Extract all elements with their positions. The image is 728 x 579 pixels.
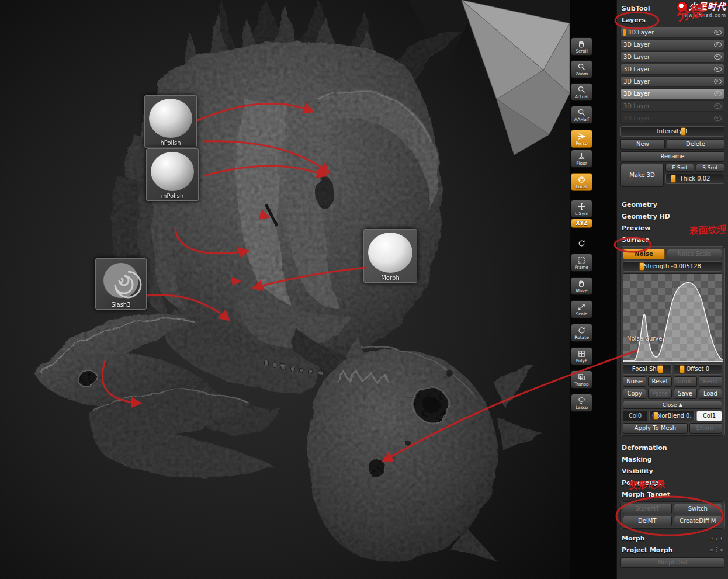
transparency-icon — [577, 373, 586, 382]
new-layer-button[interactable]: New — [620, 139, 665, 150]
eye-icon[interactable] — [714, 67, 722, 72]
surface-header[interactable]: Surface — [620, 234, 724, 245]
undo-button[interactable]: Undo — [674, 376, 697, 387]
toolbar-button-scroll[interactable]: Scroll — [571, 37, 592, 56]
slider-knob[interactable] — [639, 262, 644, 271]
layer-row[interactable]: 3D Layer — [620, 100, 724, 112]
intensity-slider[interactable]: Intensity 1 — [620, 126, 724, 137]
colorblend-slider[interactable]: ColorBlend 0. — [649, 411, 695, 421]
make-3d-button[interactable]: Make 3D — [620, 164, 664, 187]
magnifier-icon — [577, 63, 586, 71]
layer-row[interactable]: 3D Layer — [620, 51, 724, 63]
toolbar-button-actual[interactable]: Actual — [571, 83, 592, 101]
thick-slider[interactable]: Thick 0.02 — [665, 174, 724, 184]
brush-label: hPolish — [145, 140, 196, 146]
eye-icon[interactable] — [714, 42, 722, 47]
eye-icon[interactable] — [714, 91, 722, 96]
preview-header[interactable]: Preview — [620, 222, 724, 234]
eye-icon[interactable] — [714, 79, 722, 84]
switch-button[interactable]: Switch — [674, 504, 723, 514]
layer-row[interactable]: 3D Layer — [620, 27, 724, 38]
e-smt-button[interactable]: E Smt — [665, 164, 694, 172]
toolbar-button-rotate[interactable]: Rotate — [571, 324, 592, 342]
brush-label: Morph — [364, 275, 417, 281]
viewport-canvas[interactable]: hPolish mPolish Slash3 Morph — [0, 0, 570, 579]
delete-layer-button[interactable]: Delete — [667, 139, 724, 150]
paste-button[interactable]: Paste — [648, 389, 671, 399]
col1-swatch-button[interactable]: Col1 — [696, 411, 722, 421]
project-morph-header[interactable]: Project Morph ∗ ? ∗ — [620, 544, 724, 556]
slider-knob[interactable] — [681, 127, 686, 136]
visibility-header[interactable]: Visibility — [620, 465, 724, 477]
rotate-icon — [577, 326, 586, 335]
eye-icon[interactable] — [714, 54, 722, 60]
layer-row-selected[interactable]: 3D Layer — [620, 88, 724, 99]
toolbar-button-polyf[interactable]: PolyF — [571, 347, 592, 365]
toolbar-button-move[interactable]: Move — [571, 277, 592, 295]
slider-knob[interactable] — [658, 365, 663, 373]
layer-row[interactable]: 3D Layer — [620, 76, 724, 87]
perspective-icon — [577, 132, 586, 141]
toolbar-button-lsym[interactable]: L.Sym — [571, 200, 592, 218]
eye-icon[interactable] — [714, 103, 722, 109]
toolbar-button-persp[interactable]: Persp — [571, 130, 592, 148]
eye-icon[interactable] — [714, 30, 722, 35]
brush-label: mPolish — [147, 193, 198, 199]
load-button[interactable]: Load — [699, 389, 722, 399]
close-button[interactable]: Close ▲ — [623, 401, 722, 409]
redo-button[interactable]: Redo — [699, 376, 722, 387]
geometry-header[interactable]: Geometry — [620, 199, 724, 210]
magnifier-icon — [577, 108, 586, 117]
toolbar-button-local[interactable]: Local — [571, 173, 592, 191]
storemt-button[interactable]: StoreMT — [623, 504, 672, 514]
noise-scale-button[interactable]: Noise Scale — [667, 249, 722, 259]
focal-shift-slider[interactable]: Focal Shift — [623, 364, 672, 375]
brush-thumbnail-slash3[interactable]: Slash3 — [95, 258, 147, 310]
delmt-button[interactable]: DelMT — [623, 516, 672, 526]
toolbar-button-floor[interactable]: Floor — [571, 150, 592, 168]
s-smt-button[interactable]: S Smt — [696, 164, 724, 172]
brush-thumbnail-mpolish[interactable]: mPolish — [146, 148, 199, 201]
layer-row[interactable]: 3D Layer — [620, 113, 724, 124]
snorm-button[interactable]: SNorm — [689, 423, 722, 434]
noise-curve-editor[interactable]: Noise Curve — [623, 273, 722, 362]
copy-button[interactable]: Copy — [623, 389, 646, 399]
toolbar-button-scale[interactable]: Scale — [571, 300, 592, 318]
slider-knob[interactable] — [680, 365, 685, 373]
magnifier-icon — [577, 85, 586, 94]
toolbar-button-transp[interactable]: Transp — [571, 370, 592, 389]
toolbar-button-zoom[interactable]: Zoom — [571, 60, 592, 78]
toolbar-button-spin[interactable] — [571, 237, 592, 249]
masking-header[interactable]: Masking — [620, 453, 724, 465]
reset-button[interactable]: Reset — [648, 376, 671, 387]
strength-slider[interactable]: Strength -0.005128 — [623, 261, 722, 272]
slider-knob[interactable] — [653, 412, 658, 420]
brush-thumbnail-morph[interactable]: Morph — [363, 229, 417, 283]
rename-button[interactable]: Rename — [620, 151, 724, 162]
polygroups-header[interactable]: Polygroups — [620, 477, 724, 488]
deformation-header[interactable]: Deformation — [620, 442, 724, 453]
layer-row[interactable]: 3D Layer — [620, 39, 724, 50]
hxsd-logo-icon — [677, 2, 687, 12]
toolbar-button-aahalf[interactable]: AAHalf — [571, 106, 592, 124]
apply-to-mesh-button[interactable]: Apply To Mesh — [623, 423, 688, 434]
offset-slider[interactable]: Offset 0 — [674, 364, 723, 375]
save-button[interactable]: Save — [674, 389, 697, 399]
brush-thumbnail-hpolish[interactable]: hPolish — [144, 95, 197, 148]
slider-knob[interactable] — [671, 175, 676, 183]
eye-icon[interactable] — [714, 116, 722, 121]
morph-header[interactable]: Morph ∗ ? ∗ — [620, 532, 724, 544]
morph-target-header[interactable]: Morph Target — [620, 488, 724, 500]
noise-toggle-button[interactable]: Noise — [623, 376, 646, 387]
toolbar-button-frame[interactable]: Frame — [571, 254, 592, 272]
noise-curve-graph — [623, 274, 723, 362]
morphdist-button[interactable]: MorphDist — [620, 557, 724, 568]
toolbar-button-lasso[interactable]: Lasso — [571, 394, 592, 412]
noise-button[interactable]: Noise — [623, 249, 665, 259]
geometry-hd-header[interactable]: Geometry HD — [620, 210, 724, 222]
creatediff-button[interactable]: CreateDiff M — [674, 516, 723, 526]
toolbar-button-xyz[interactable]: XYZ — [571, 219, 592, 228]
col0-swatch-button[interactable]: Col0 — [623, 411, 647, 421]
layer-row[interactable]: 3D Layer — [620, 64, 724, 75]
layer-list: 3D Layer 3D Layer 3D Layer 3D Layer 3D L… — [620, 27, 724, 124]
